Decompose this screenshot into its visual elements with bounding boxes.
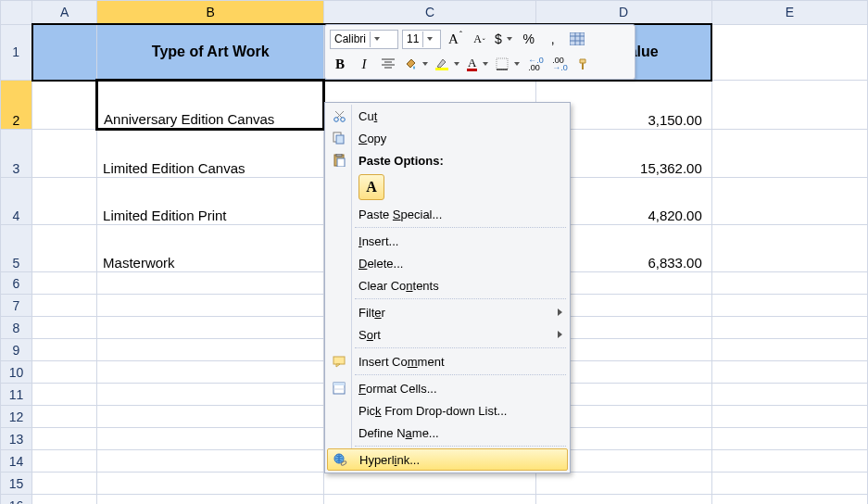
center-align-button[interactable] [378,55,398,73]
cell-A1[interactable] [32,24,97,81]
increase-font-button[interactable]: A ˆ [445,30,465,48]
cell-E9[interactable] [711,339,867,361]
row-head-14[interactable]: 14 [1,450,32,472]
cell-E1[interactable] [711,24,867,81]
menu-insert-comment[interactable]: Insert Comment [327,350,568,372]
menu-filter[interactable]: Filter [327,301,568,323]
cell-E13[interactable] [711,428,867,450]
row-head-15[interactable]: 15 [1,472,32,495]
cell-C16[interactable] [324,495,535,505]
cell-E11[interactable] [711,384,867,406]
cell-B7[interactable] [97,295,324,317]
row-head-16[interactable]: 16 [1,495,32,505]
cell-E16[interactable] [711,495,867,505]
menu-pick-from-list[interactable]: Pick From Drop-down List... [327,399,568,422]
cell-A6[interactable] [32,272,97,295]
cell-A9[interactable] [32,339,97,361]
cell-B5[interactable]: Masterwork [97,225,324,272]
col-head-A[interactable]: A [32,1,97,25]
cell-D15[interactable] [535,472,711,495]
cell-B8[interactable] [97,317,324,339]
menu-format-cells[interactable]: Format Cells... [327,377,568,399]
cell-E10[interactable] [711,361,867,384]
row-head-9[interactable]: 9 [1,339,32,361]
cell-A12[interactable] [32,406,97,428]
cell-E2[interactable] [711,81,867,130]
cell-B3[interactable]: Limited Edition Canvas [97,130,324,178]
font-name-combo[interactable]: Calibri [330,30,398,49]
row-head-3[interactable]: 3 [1,130,32,178]
row-head-8[interactable]: 8 [1,317,32,339]
bold-button[interactable]: B [330,55,350,73]
cell-A2[interactable] [32,81,97,130]
menu-define-name[interactable]: Define Name... [327,422,568,444]
select-all-corner[interactable] [1,1,32,25]
highlight-color-button[interactable] [434,55,461,73]
row-head-1[interactable]: 1 [1,24,32,81]
cell-B9[interactable] [97,339,324,361]
menu-copy[interactable]: Copy [327,127,568,149]
menu-cut[interactable]: Cut [327,105,568,127]
menu-delete[interactable]: Delete... [327,252,568,274]
cell-A8[interactable] [32,317,97,339]
borders-button[interactable] [494,55,522,73]
cell-E12[interactable] [711,406,867,428]
cell-A14[interactable] [32,450,97,472]
cell-E6[interactable] [711,272,867,295]
format-painter-button[interactable] [573,55,594,73]
italic-button[interactable]: I [354,55,374,73]
cell-B11[interactable] [97,384,324,406]
cell-E8[interactable] [711,317,867,339]
fill-color-button[interactable] [402,55,430,73]
row-head-12[interactable]: 12 [1,406,32,428]
col-head-D[interactable]: D [535,1,711,25]
cell-B1[interactable]: Type of Art Work [97,24,324,81]
row-head-4[interactable]: 4 [1,178,32,225]
cell-B2[interactable]: Anniversary Edition Canvas [97,81,324,130]
cell-E5[interactable] [711,225,867,272]
font-size-combo[interactable]: 11 [402,30,441,49]
increase-decimal-button[interactable]: ←.0 .00 [525,55,546,73]
cell-B16[interactable] [97,495,324,505]
cell-E7[interactable] [711,295,867,317]
accounting-format-button[interactable]: $ [493,30,515,48]
format-as-table-button[interactable] [567,30,587,48]
cell-A15[interactable] [32,472,97,495]
cell-E3[interactable] [711,130,867,178]
cell-B13[interactable] [97,428,324,450]
cell-B10[interactable] [97,361,324,384]
cell-A3[interactable] [32,130,97,178]
row-head-7[interactable]: 7 [1,295,32,317]
menu-paste-special[interactable]: Paste Special... [327,203,568,225]
col-head-B[interactable]: B [97,1,324,25]
cell-C15[interactable] [324,472,535,495]
cell-E14[interactable] [711,450,867,472]
cell-A5[interactable] [32,225,97,272]
cell-B15[interactable] [97,472,324,495]
row-head-13[interactable]: 13 [1,428,32,450]
menu-insert[interactable]: Insert... [327,230,568,252]
row-head-5[interactable]: 5 [1,225,32,272]
cell-A10[interactable] [32,361,97,384]
row-head-10[interactable]: 10 [1,361,32,384]
menu-hyperlink[interactable]: Hyperlink... [327,448,568,471]
cell-A16[interactable] [32,495,97,505]
row-head-6[interactable]: 6 [1,272,32,295]
comma-format-button[interactable]: , [543,30,563,48]
cell-B4[interactable]: Limited Edition Print [97,178,324,225]
cell-E4[interactable] [711,178,867,225]
cell-B6[interactable] [97,272,324,295]
cell-A4[interactable] [32,178,97,225]
decrease-decimal-button[interactable]: .00 →.0 [549,55,570,73]
cell-A11[interactable] [32,384,97,406]
menu-clear-contents[interactable]: Clear Contents [327,274,568,296]
percent-format-button[interactable]: % [519,30,539,48]
cell-A13[interactable] [32,428,97,450]
paste-keep-formatting-button[interactable]: A [359,174,384,200]
menu-sort[interactable]: Sort [327,323,568,346]
cell-A7[interactable] [32,295,97,317]
font-color-button[interactable]: A [465,55,490,73]
row-head-2[interactable]: 2 [1,81,32,130]
cell-B12[interactable] [97,406,324,428]
cell-E15[interactable] [711,472,867,495]
